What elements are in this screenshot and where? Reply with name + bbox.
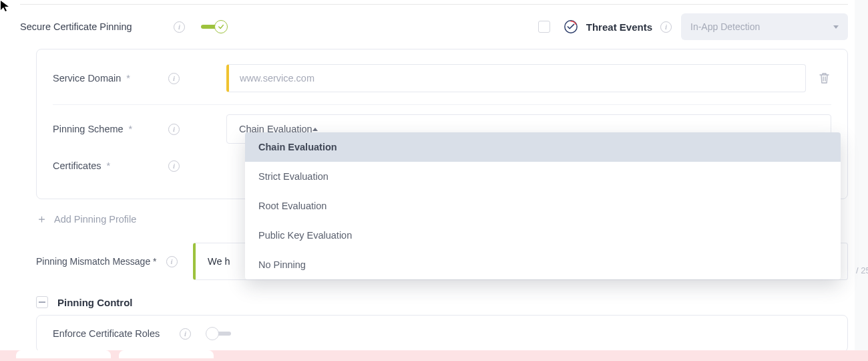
mismatch-char-counter: / 250 [856,265,868,275]
service-domain-input[interactable] [226,64,806,92]
chevron-up-icon [312,128,318,131]
secure-pinning-label: Secure Certificate Pinning [20,21,132,32]
svg-rect-1 [39,302,45,303]
required-star: * [104,160,111,171]
pinning-control-card: Enforce Certificate Roles i [36,315,848,352]
info-icon[interactable]: i [168,124,180,135]
collapse-toggle[interactable] [36,296,48,308]
chevron-down-icon [833,25,839,29]
info-icon[interactable]: i [180,328,191,340]
enforce-roles-label: Enforce Certificate Roles [53,328,180,339]
info-icon[interactable]: i [168,160,180,172]
info-icon[interactable]: i [174,21,185,33]
detection-mode-value: In-App Detection [690,21,760,32]
add-pinning-profile-label: Add Pinning Profile [54,214,136,225]
dropdown-option[interactable]: Strict Evaluation [245,162,841,191]
delete-profile-button[interactable] [817,71,831,86]
pinning-scheme-label: Pinning Scheme [53,124,124,134]
info-icon[interactable]: i [168,73,180,84]
enforce-roles-row: Enforce Certificate Roles i [53,326,831,341]
footer-button-stub[interactable] [16,350,111,358]
secure-pinning-toggle[interactable] [200,19,229,34]
dropdown-option[interactable]: Chain Evaluation [245,132,841,162]
footer-button-stub[interactable] [119,350,214,358]
footer-buttons [16,350,214,358]
threat-events-checkbox[interactable] [538,21,550,33]
dropdown-option[interactable]: Root Evaluation [245,191,841,221]
info-icon[interactable]: i [166,256,178,267]
required-star: * [126,124,133,134]
plus-icon: ＋ [36,211,47,227]
pinning-scheme-dropdown-menu: Chain Evaluation Strict Evaluation Root … [245,132,841,279]
info-icon[interactable]: i [660,21,672,33]
service-domain-row: Service Domain * i [53,59,831,105]
top-row: Secure Certificate Pinning i Threat Even… [20,5,848,49]
dropdown-option[interactable]: Public Key Evaluation [245,221,841,250]
mismatch-message-label: Pinning Mismatch Message [36,256,150,267]
detection-mode-dropdown[interactable]: In-App Detection [681,13,848,40]
enforce-roles-toggle[interactable] [206,326,235,341]
threat-events-icon [564,19,578,34]
mouse-cursor-icon [0,0,11,15]
required-star: * [124,73,130,84]
pinning-control-title: Pinning Control [57,297,132,308]
certificates-label: Certificates [53,160,101,171]
required-star: * [150,256,156,267]
threat-events-label: Threat Events [586,21,652,33]
pinning-control-section-header: Pinning Control [20,284,848,315]
dropdown-option[interactable]: No Pinning [245,250,841,279]
service-domain-label: Service Domain [53,73,121,84]
mismatch-message-value: We h [208,256,230,267]
